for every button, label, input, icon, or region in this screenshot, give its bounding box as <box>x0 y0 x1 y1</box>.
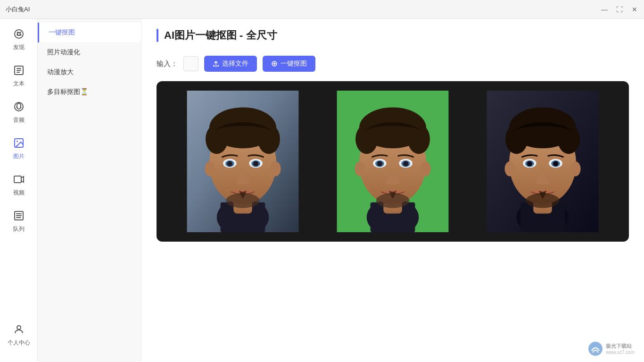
sub-item-anime-enlarge[interactable]: 动漫放大 <box>38 62 141 82</box>
svg-point-25 <box>205 161 215 177</box>
title-bar: 小白兔AI — ⛶ ✕ <box>0 0 644 19</box>
svg-point-59 <box>504 161 515 177</box>
select-file-button[interactable]: 选择文件 <box>204 56 257 72</box>
text-icon <box>13 65 25 78</box>
svg-point-17 <box>258 124 280 154</box>
svg-point-34 <box>408 124 430 154</box>
upload-icon <box>213 60 219 67</box>
svg-point-60 <box>570 161 580 177</box>
watermark-text: 极光下载站 www.xz7.com <box>606 343 635 355</box>
sidebar-item-text[interactable]: 文本 <box>4 59 34 93</box>
sidebar-bottom: 个人中心 <box>4 318 34 362</box>
sidebar-item-discover[interactable]: 发现 <box>4 23 34 57</box>
svg-point-43 <box>420 161 430 177</box>
one-click-button[interactable]: 一键抠图 <box>263 56 315 72</box>
toolbar: 输入： 选择文件 一键抠图 <box>141 50 644 77</box>
sub-item-multi-target[interactable]: 多目标抠图⏳ <box>38 82 141 102</box>
sub-item-photo-animation[interactable]: 照片动漫化 <box>38 42 141 62</box>
sidebar-item-queue-label: 队列 <box>13 225 25 233</box>
main-content: AI图片一键抠图 - 全尺寸 输入： 选择文件 一键抠图 <box>141 19 644 362</box>
svg-point-16 <box>206 124 228 154</box>
app-body: 发现 文本 音频 <box>0 19 644 362</box>
sidebar-item-image-label: 图片 <box>13 152 25 160</box>
original-face-svg <box>172 91 314 232</box>
svg-point-5 <box>17 141 18 142</box>
input-box <box>183 56 198 71</box>
svg-point-33 <box>355 124 378 154</box>
svg-point-23 <box>253 161 258 166</box>
discover-icon <box>13 28 25 42</box>
svg-point-42 <box>355 161 365 177</box>
result-face-svg <box>471 91 614 232</box>
page-header: AI图片一键抠图 - 全尺寸 <box>141 19 644 50</box>
result-image-panel <box>471 91 614 232</box>
queue-icon <box>13 210 25 223</box>
input-label: 输入： <box>157 59 178 68</box>
sub-item-multi-target-label: 多目标抠图⏳ <box>47 88 88 96</box>
minimize-button[interactable]: — <box>601 6 608 13</box>
sub-sidebar: 一键抠图 照片动漫化 动漫放大 多目标抠图⏳ <box>38 19 141 362</box>
green-screen-image-panel <box>322 91 464 232</box>
one-click-button-label: 一键抠图 <box>281 59 307 68</box>
page-title: AI图片一键抠图 - 全尺寸 <box>164 28 277 42</box>
sidebar: 发现 文本 音频 <box>0 19 38 362</box>
sidebar-item-discover-label: 发现 <box>13 43 25 51</box>
video-icon <box>13 174 25 187</box>
sidebar-item-audio-label: 音频 <box>13 116 25 124</box>
audio-icon <box>13 101 25 114</box>
sub-item-one-click-cutout-label: 一键抠图 <box>49 28 75 37</box>
magic-icon <box>271 60 278 67</box>
personal-center-icon <box>13 324 25 337</box>
svg-rect-6 <box>14 176 21 183</box>
svg-point-8 <box>17 326 21 329</box>
select-file-button-label: 选择文件 <box>222 59 248 68</box>
image-icon <box>13 137 25 151</box>
sidebar-item-personal-label: 个人中心 <box>8 339 30 347</box>
sub-item-photo-animation-label: 照片动漫化 <box>47 48 80 57</box>
sidebar-item-image[interactable]: 图片 <box>4 132 34 166</box>
svg-point-40 <box>403 161 408 166</box>
sub-item-anime-enlarge-label: 动漫放大 <box>47 68 74 76</box>
close-button[interactable]: ✕ <box>631 6 638 13</box>
svg-point-51 <box>558 124 580 154</box>
sidebar-item-video[interactable]: 视频 <box>4 168 34 202</box>
svg-point-39 <box>377 161 382 166</box>
original-image-panel <box>172 91 314 232</box>
maximize-button[interactable]: ⛶ <box>616 6 623 13</box>
sidebar-item-personal-center[interactable]: 个人中心 <box>4 318 34 353</box>
app-title: 小白兔AI <box>6 5 30 14</box>
watermark: 极光下载站 www.xz7.com <box>588 341 635 356</box>
svg-point-26 <box>270 161 281 177</box>
sidebar-item-text-label: 文本 <box>13 80 25 88</box>
svg-point-57 <box>553 161 558 166</box>
svg-point-61 <box>588 342 603 356</box>
window-controls: — ⛶ ✕ <box>601 6 638 13</box>
watermark-logo <box>588 341 603 356</box>
sidebar-item-video-label: 视频 <box>13 189 25 197</box>
sub-item-one-click-cutout[interactable]: 一键抠图 <box>38 23 141 42</box>
svg-point-22 <box>227 161 232 166</box>
svg-point-50 <box>505 124 528 154</box>
content-footer: 极光下载站 www.xz7.com <box>141 253 644 362</box>
svg-point-56 <box>527 161 532 166</box>
image-display-area <box>157 81 629 242</box>
green-screen-face-svg <box>322 91 464 232</box>
page-title-accent <box>157 29 158 42</box>
sidebar-item-audio[interactable]: 音频 <box>4 95 34 130</box>
sidebar-item-queue[interactable]: 队列 <box>4 204 34 239</box>
